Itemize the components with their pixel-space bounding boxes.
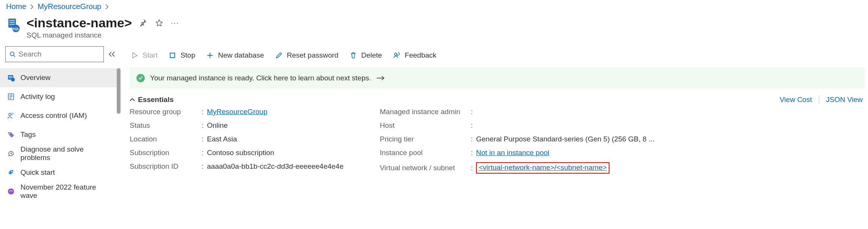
- delete-icon: [349, 51, 357, 60]
- sidebar-scrollbar[interactable]: [116, 68, 121, 229]
- kv-admin: Managed instance admin :: [380, 108, 865, 116]
- kv-subscription: Subscription : Contoso subscription: [130, 149, 365, 157]
- resource-group-link[interactable]: MyResourceGroup: [207, 108, 267, 116]
- json-view-link[interactable]: JSON View: [826, 96, 863, 104]
- stop-button[interactable]: Stop: [168, 51, 195, 60]
- button-label: Feedback: [405, 51, 436, 60]
- kv-label: Host: [380, 121, 471, 130]
- success-icon: [136, 74, 145, 82]
- kv-label: Instance pool: [380, 149, 471, 157]
- page-header: SQL <instance-name> ··· SQL managed inst…: [0, 14, 868, 46]
- play-icon: [130, 51, 139, 60]
- feedback-icon: [393, 51, 401, 60]
- svg-point-25: [395, 53, 397, 55]
- sidebar-item-label: November 2022 feature wave: [20, 183, 114, 200]
- essentials-label: Essentials: [138, 96, 174, 104]
- sidebar-item-access-control[interactable]: Access control (IAM): [0, 106, 121, 125]
- kv-value: General Purpose Standard-series (Gen 5) …: [476, 135, 655, 143]
- page-title: <instance-name>: [27, 16, 132, 30]
- sidebar-scrollbar-thumb[interactable]: [117, 68, 121, 114]
- kv-label: Subscription: [130, 149, 202, 157]
- star-icon[interactable]: [155, 19, 164, 28]
- sidebar-item-tags[interactable]: Tags: [0, 125, 121, 144]
- new-database-button[interactable]: New database: [206, 51, 264, 60]
- sidebar-item-label: Overview: [20, 74, 50, 82]
- sidebar-item-overview[interactable]: Overview: [0, 68, 121, 87]
- arrow-right-icon: [376, 75, 385, 81]
- breadcrumb: Home MyResourceGroup: [0, 0, 868, 14]
- kv-value: aaaa0a0a-bb1b-cc2c-dd3d-eeeeee4e4e4e: [207, 162, 343, 171]
- start-button[interactable]: Start: [130, 51, 158, 60]
- button-label: Stop: [180, 51, 195, 60]
- svg-rect-22: [170, 53, 175, 58]
- breadcrumb-home[interactable]: Home: [6, 2, 26, 11]
- search-icon: [9, 51, 16, 57]
- view-cost-link[interactable]: View Cost: [780, 96, 812, 104]
- vnet-highlight: <virtual-network-name>/<subnet-name>: [476, 162, 609, 174]
- access-control-icon: [7, 111, 15, 120]
- svg-point-6: [10, 52, 14, 56]
- more-icon[interactable]: ···: [171, 19, 180, 28]
- sidebar-item-label: Access control (IAM): [20, 111, 87, 120]
- svg-point-11: [11, 78, 15, 82]
- svg-point-17: [12, 113, 13, 114]
- instance-pool-link[interactable]: Not in an instance pool: [476, 149, 549, 157]
- svg-point-18: [9, 133, 10, 135]
- feedback-button[interactable]: Feedback: [393, 51, 436, 60]
- kv-value: Contoso subscription: [207, 149, 274, 157]
- sidebar-item-diagnose[interactable]: Diagnose and solve problems: [0, 144, 121, 163]
- tags-icon: [7, 130, 15, 139]
- essentials-grid: Resource group : MyResourceGroup Status …: [130, 108, 865, 174]
- activity-log-icon: [7, 93, 15, 101]
- chevron-right-icon: [30, 4, 34, 9]
- stop-icon: [168, 51, 177, 60]
- sql-managed-instance-icon: SQL: [6, 17, 21, 32]
- kv-subscription-id: Subscription ID : aaaa0a0a-bb1b-cc2c-dd3…: [130, 162, 365, 171]
- svg-rect-10: [9, 77, 13, 78]
- kv-location: Location : East Asia: [130, 135, 365, 143]
- delete-button[interactable]: Delete: [349, 51, 382, 60]
- collapse-sidebar-icon[interactable]: [108, 52, 115, 57]
- button-label: Start: [143, 51, 158, 60]
- command-bar: Start Stop New database Reset password: [130, 46, 865, 64]
- kv-value: Online: [207, 121, 228, 130]
- breadcrumb-resource-group[interactable]: MyResourceGroup: [38, 2, 101, 11]
- diagnose-icon: [7, 149, 15, 158]
- sidebar-search[interactable]: [5, 46, 104, 62]
- ready-banner[interactable]: Your managed instance is ready. Click he…: [130, 67, 865, 89]
- feature-wave-icon: [7, 187, 15, 196]
- sidebar-search-input[interactable]: [19, 50, 100, 58]
- essentials-toggle[interactable]: Essentials: [130, 96, 174, 104]
- pin-icon[interactable]: [139, 19, 148, 28]
- svg-line-7: [14, 55, 15, 57]
- svg-rect-1: [9, 20, 15, 21]
- resource-type-label: SQL managed instance: [27, 31, 180, 39]
- banner-text: Your managed instance is ready. Click he…: [150, 74, 371, 82]
- kv-resource-group: Resource group : MyResourceGroup: [130, 108, 365, 116]
- overview-icon: [7, 74, 15, 82]
- sidebar-item-quick-start[interactable]: Quick start: [0, 163, 121, 182]
- kv-label: Managed instance admin: [380, 108, 471, 116]
- edit-icon: [275, 51, 283, 60]
- chevron-right-icon: [105, 4, 109, 9]
- svg-rect-3: [9, 24, 15, 25]
- sidebar-item-label: Quick start: [20, 168, 55, 177]
- kv-pricing-tier: Pricing tier : General Purpose Standard-…: [380, 135, 865, 143]
- svg-text:SQL: SQL: [13, 27, 20, 31]
- kv-label: Location: [130, 135, 202, 143]
- separator: [819, 96, 819, 104]
- svg-point-21: [8, 188, 14, 194]
- kv-label: Status: [130, 121, 202, 130]
- virtual-network-link[interactable]: <virtual-network-name>/<subnet-name>: [479, 163, 607, 171]
- sidebar-item-label: Diagnose and solve problems: [20, 145, 114, 162]
- quick-start-icon: [7, 168, 15, 177]
- sidebar-item-activity-log[interactable]: Activity log: [0, 87, 121, 106]
- button-label: Reset password: [287, 51, 338, 60]
- button-label: Delete: [361, 51, 382, 60]
- svg-point-16: [9, 113, 11, 116]
- kv-virtual-network: Virtual network / subnet : <virtual-netw…: [380, 162, 865, 174]
- kv-label: Virtual network / subnet: [380, 164, 471, 172]
- reset-password-button[interactable]: Reset password: [275, 51, 338, 60]
- sidebar-item-feature-wave[interactable]: November 2022 feature wave: [0, 182, 121, 201]
- kv-host: Host :: [380, 121, 865, 130]
